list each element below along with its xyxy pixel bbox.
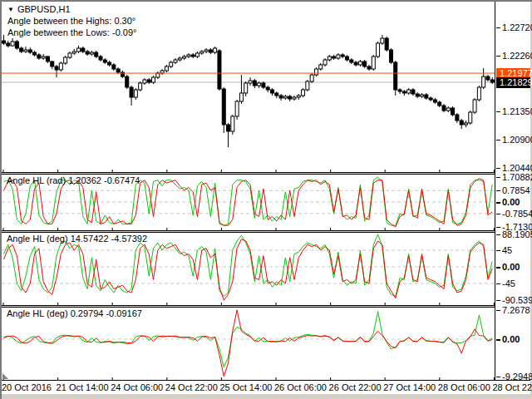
axis-tick-mark	[496, 168, 500, 169]
indicator-line-chart-deg-slow[interactable]	[2, 308, 495, 380]
chart-window: ▼GBPUSD,H1 Angle between the Highs: 0.30…	[0, 0, 532, 399]
axis-tick-mark	[496, 214, 500, 214]
indicator-pane-deg-slow[interactable]: Angle HL (deg) 0.29794 -0.09167	[2, 308, 495, 380]
price-tick-label: 45	[502, 245, 512, 255]
symbol-selector[interactable]: ▼GBPUSD,H1	[7, 4, 71, 14]
axis-tick-mark	[496, 300, 500, 301]
axis-tick-mark	[496, 310, 500, 311]
time-label: 27 Oct 14:00	[383, 382, 436, 392]
axis-tick-mark	[496, 27, 500, 28]
indicator-title: Angle HL (deg) 0.29794 -0.09167	[7, 308, 142, 318]
axis-tick-mark	[496, 190, 500, 191]
price-tick-label: 1.22720	[502, 22, 532, 32]
triangle-down-icon[interactable]: ▼	[7, 6, 14, 13]
axis-tick-mark	[496, 140, 500, 140]
axis-tick-mark	[496, 339, 500, 341]
chart-client-area: ▼GBPUSD,H1 Angle between the Highs: 0.30…	[2, 2, 530, 394]
price-tick-label: -90.53944	[502, 295, 532, 305]
axis-tick-mark	[496, 227, 500, 228]
symbol-period-label: GBPUSD,H1	[17, 4, 71, 14]
pane-resize-grip-icon[interactable]	[2, 373, 8, 379]
time-axis[interactable]: 20 Oct 201621 Oct 14:0024 Oct 06:0024 Oc…	[2, 380, 530, 394]
price-tick-label: -45	[502, 278, 515, 288]
main-chart-pane[interactable]: ▼GBPUSD,H1 Angle between the Highs: 0.30…	[2, 2, 495, 172]
time-label: 24 Oct 06:00	[111, 382, 163, 392]
bid-price-box: 1.21829	[496, 77, 530, 88]
price-tick-label: 0.00	[502, 334, 520, 344]
axis-tick-mark	[496, 177, 500, 178]
price-tick-label: -0.7854	[502, 209, 532, 219]
price-tick-label: 0.7854	[502, 185, 530, 195]
price-tick-label: 0.00	[502, 197, 520, 207]
price-tick-label: 1.70882	[502, 172, 532, 182]
axis-tick-mark	[496, 56, 500, 57]
time-label: 26 Oct 06:00	[274, 382, 327, 392]
indicator-pane-deg[interactable]: Angle HL (deg) 14.57422 -4.57392	[2, 233, 495, 305]
price-tick-label: 0.00	[502, 262, 520, 272]
price-axis[interactable]: 1.227201.222601.213501.209001.204401.219…	[495, 2, 530, 380]
time-label: 28 Oct 06:00	[438, 382, 490, 392]
axis-tick-mark	[496, 111, 500, 112]
indicator-title: Angle HL (deg) 14.57422 -4.57392	[7, 234, 147, 244]
time-label: 25 Oct 14:00	[219, 382, 272, 392]
time-label: 26 Oct 22:00	[329, 382, 382, 392]
indicator-title: Angle HL (rad) 1.20362 -0.67474	[7, 175, 140, 185]
price-tick-label: 1.20900	[502, 135, 532, 145]
axis-tick-mark	[496, 267, 500, 268]
time-label: 21 Oct 14:00	[57, 382, 109, 392]
price-tick-label: 1.21350	[502, 106, 532, 116]
price-tick-label: 7.2678	[502, 305, 530, 315]
highs-angle-annotation: Angle between the Highs: 0.30°	[7, 16, 135, 26]
time-label: 20 Oct 2016	[2, 382, 52, 392]
lows-angle-annotation: Angle between the Lows: -0.09°	[7, 27, 136, 37]
price-tick-label: 1.22260	[502, 51, 532, 61]
axis-tick-mark	[496, 234, 500, 235]
axis-tick-mark	[496, 250, 500, 251]
axis-tick-mark	[496, 377, 500, 377]
indicator-line-chart-deg[interactable]	[2, 233, 495, 305]
price-tick-label: 88.19054	[502, 229, 532, 239]
axis-tick-mark	[496, 283, 500, 284]
time-label: 24 Oct 22:00	[165, 382, 218, 392]
time-label: 28 Oct 22:00	[492, 382, 532, 392]
axis-tick-mark	[496, 202, 500, 204]
indicator-pane-rad[interactable]: Angle HL (rad) 1.20362 -0.67474	[2, 175, 495, 230]
